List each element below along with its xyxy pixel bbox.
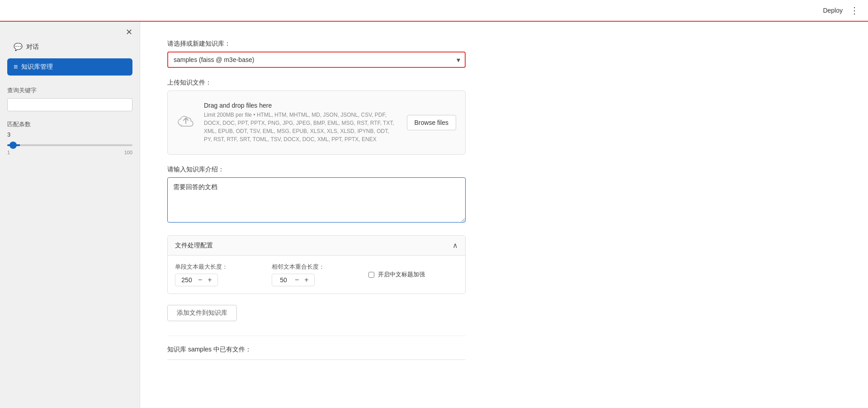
- kb-files-table: [167, 359, 466, 360]
- upload-subtitle: Limit 200MB per file • HTML, HTM, MHTML,…: [204, 111, 398, 143]
- menu-icon[interactable]: ⋮: [850, 5, 859, 16]
- upload-cloud-icon: [177, 112, 195, 134]
- kb-name-label: samples: [188, 346, 212, 353]
- upload-title: Drag and drop files here: [204, 102, 398, 109]
- kb-select[interactable]: samples (faiss @ m3e-base): [167, 52, 466, 68]
- upload-area[interactable]: Drag and drop files here Limit 200MB per…: [167, 90, 466, 155]
- kb-dropdown-wrapper: samples (faiss @ m3e-base) ▾: [167, 52, 466, 68]
- config-chevron-icon: ∧: [453, 241, 458, 250]
- divider: [167, 336, 466, 336]
- kb-manage-icon: ≡: [14, 63, 18, 71]
- config-body: 单段文本最大长度： 250 − + 相邻文本重合长度： 50 −: [168, 256, 465, 294]
- max-length-decrement[interactable]: −: [197, 276, 203, 284]
- config-section: 文件处理配置 ∧ 单段文本最大长度： 250 − +: [167, 235, 466, 294]
- overlap-increment[interactable]: +: [303, 276, 309, 284]
- overlap-label: 相邻文本重合长度：: [272, 263, 361, 271]
- slider-range-labels: 1 100: [7, 150, 132, 155]
- max-length-increment[interactable]: +: [207, 276, 212, 284]
- max-length-label: 单段文本最大长度：: [175, 263, 264, 271]
- content-area: 请选择或新建知识库： samples (faiss @ m3e-base) ▾ …: [140, 22, 868, 408]
- overlap-stepper: 50 − +: [272, 274, 315, 286]
- chinese-enhance-row: 开启中文标题加强: [368, 270, 458, 279]
- slider-min: 1: [7, 150, 10, 155]
- form-section: 请选择或新建知识库： samples (faiss @ m3e-base) ▾ …: [167, 40, 466, 360]
- upload-area-wrapper: 上传知识文件： Drag and drop files here Limit 2…: [167, 79, 466, 155]
- max-length-stepper: 250 − +: [175, 274, 218, 286]
- sidebar-item-chat-label: 对话: [26, 43, 39, 51]
- overlap-value: 50: [277, 276, 290, 284]
- select-kb-label: 请选择或新建知识库：: [167, 40, 466, 48]
- browse-files-button[interactable]: Browse files: [407, 115, 456, 130]
- sidebar: ✕ 💬 对话 ≡ 知识库管理 查询关键字 匹配条数 3 1 100: [0, 22, 140, 408]
- kb-files-label-prefix: 知识库: [167, 346, 188, 353]
- sidebar-item-kb-manage[interactable]: ≡ 知识库管理: [7, 58, 132, 76]
- search-label: 查询关键字: [7, 86, 132, 95]
- desc-textarea[interactable]: 需要回答的文档: [167, 177, 466, 223]
- sidebar-item-kb-manage-label: 知识库管理: [21, 63, 53, 71]
- config-title: 文件处理配置: [175, 242, 213, 250]
- upload-text-block: Drag and drop files here Limit 200MB per…: [204, 102, 398, 143]
- main-layout: ✕ 💬 对话 ≡ 知识库管理 查询关键字 匹配条数 3 1 100: [0, 22, 868, 408]
- chinese-enhance-label: 开启中文标题加强: [378, 270, 425, 279]
- topbar: Deploy ⋮: [0, 0, 868, 22]
- config-header[interactable]: 文件处理配置 ∧: [168, 236, 465, 256]
- sidebar-item-chat[interactable]: 💬 对话: [7, 38, 132, 56]
- chinese-enhance-checkbox[interactable]: [368, 272, 374, 278]
- overlap-decrement[interactable]: −: [294, 276, 300, 284]
- deploy-button[interactable]: Deploy: [823, 7, 843, 14]
- match-value: 3: [7, 131, 132, 138]
- match-label: 匹配条数: [7, 120, 132, 128]
- desc-label: 请输入知识库介绍：: [167, 166, 466, 174]
- upload-label: 上传知识文件：: [167, 79, 466, 87]
- match-slider[interactable]: [7, 144, 132, 146]
- max-length-field: 单段文本最大长度： 250 − +: [175, 263, 264, 286]
- desc-wrapper: 请输入知识库介绍： 需要回答的文档: [167, 166, 466, 224]
- slider-max: 100: [124, 150, 132, 155]
- add-to-kb-button[interactable]: 添加文件到知识库: [167, 305, 237, 321]
- sidebar-nav: 💬 对话 ≡ 知识库管理: [7, 38, 132, 76]
- chat-icon: 💬: [14, 43, 23, 51]
- overlap-field: 相邻文本重合长度： 50 − +: [272, 263, 361, 286]
- kb-files-section: 知识库 samples 中已有文件：: [167, 345, 466, 360]
- slider-container: 1 100: [7, 140, 132, 155]
- max-length-value: 250: [180, 276, 193, 284]
- search-input[interactable]: [7, 98, 132, 111]
- kb-files-label-suffix: 中已有文件：: [212, 346, 251, 353]
- sidebar-close-button[interactable]: ✕: [126, 27, 132, 37]
